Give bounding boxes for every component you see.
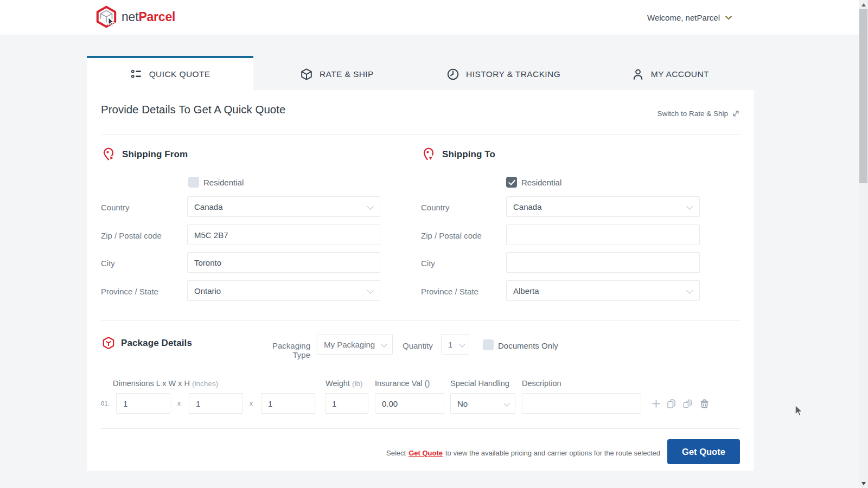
brand-text: netParcel <box>122 10 175 24</box>
province-from-select[interactable]: Ontario <box>187 280 380 301</box>
list-icon <box>130 68 143 80</box>
netparcel-logo-icon <box>95 5 118 28</box>
province-from-label: Province / State <box>101 287 158 296</box>
chevron-down-icon <box>503 400 509 406</box>
country-from-value: Canada <box>194 202 223 211</box>
delete-row-icon[interactable] <box>699 399 710 409</box>
city-from-input[interactable] <box>187 252 380 273</box>
pin-arrow-right-icon <box>101 147 116 162</box>
special-handling-select[interactable]: No <box>450 393 515 414</box>
divider <box>101 428 740 429</box>
switch-to-rate-ship-link[interactable]: Switch to Rate & Ship <box>657 110 740 118</box>
divider <box>101 320 740 320</box>
get-quote-note: Select Get Quote to view the available p… <box>386 449 660 457</box>
province-from-value: Ontario <box>194 286 221 296</box>
top-bar: netParcel Welcome, netParcel <box>0 0 859 35</box>
special-handling-column-header: Special Handling <box>450 379 509 388</box>
brand-parcel: Parcel <box>138 10 175 24</box>
length-input[interactable] <box>116 393 170 414</box>
user-icon <box>631 68 644 81</box>
packaging-type-label: Packaging Type <box>255 341 310 359</box>
main-tabs: QUICK QUOTE RATE & SHIP HISTORY & TRACKI… <box>87 56 754 90</box>
dimensions-column-header: Dimensions L x W x H (inches) <box>113 379 218 388</box>
residential-to-label: Residential <box>521 178 561 187</box>
scroll-up-button[interactable] <box>859 0 868 9</box>
scrollbar-thumb[interactable] <box>859 9 867 183</box>
page-title: Provide Details To Get A Quick Quote <box>101 103 285 116</box>
hex-package-icon <box>102 336 115 350</box>
city-to-label: City <box>421 259 435 268</box>
get-quote-button[interactable]: Get Quote <box>667 439 740 464</box>
chevron-down-icon <box>381 341 387 347</box>
description-input[interactable] <box>522 393 641 414</box>
chevron-down-icon <box>459 341 465 347</box>
scroll-down-button[interactable] <box>859 479 868 488</box>
quick-quote-page: netParcel Welcome, netParcel QUICK QUOTE <box>0 0 868 488</box>
account-menu[interactable]: Welcome, netParcel <box>647 0 732 35</box>
residential-from-label: Residential <box>203 178 244 187</box>
chevron-down-icon <box>686 287 693 294</box>
dimensions-header-text: Dimensions L x W x H <box>113 379 190 388</box>
tab-label: QUICK QUOTE <box>149 69 210 79</box>
insurance-column-header: Insurance Val () <box>375 379 430 388</box>
duplicate-multiple-icon[interactable] <box>682 399 693 409</box>
weight-input[interactable] <box>325 393 368 414</box>
province-to-value: Alberta <box>513 286 539 296</box>
country-from-label: Country <box>101 203 130 212</box>
tab-my-account[interactable]: MY ACCOUNT <box>587 56 754 90</box>
divider <box>101 134 740 134</box>
chevron-down-icon <box>725 15 732 20</box>
external-link-icon <box>732 110 740 118</box>
quantity-select[interactable]: 1 <box>441 334 469 355</box>
city-from-label: City <box>101 259 115 268</box>
residential-to-checkbox[interactable] <box>506 177 517 188</box>
width-input[interactable] <box>189 393 243 414</box>
packaging-type-select[interactable]: My Packaging <box>317 334 393 355</box>
tab-history-and-tracking[interactable]: HISTORY & TRACKING <box>420 56 587 90</box>
scrollbar-track[interactable] <box>859 0 868 488</box>
weight-header-text: Weight <box>326 379 350 388</box>
shipping-from-header: Shipping From <box>101 147 188 162</box>
note-suffix: to view the available pricing and carrie… <box>445 449 660 457</box>
documents-only-checkbox[interactable] <box>483 339 494 350</box>
city-to-input[interactable] <box>506 252 700 273</box>
clock-icon <box>446 68 459 81</box>
triangle-down-icon <box>861 482 866 485</box>
tab-quick-quote[interactable]: QUICK QUOTE <box>87 56 253 90</box>
special-handling-value: No <box>457 399 468 408</box>
tab-label: RATE & SHIP <box>320 69 374 79</box>
province-to-label: Province / State <box>421 287 478 296</box>
triangle-up-icon <box>861 3 866 7</box>
quantity-label: Quantity <box>403 341 433 350</box>
brand-net: net <box>122 10 138 24</box>
chevron-down-icon <box>686 203 693 210</box>
quantity-value: 1 <box>448 340 452 349</box>
welcome-text: Welcome, netParcel <box>647 13 720 22</box>
duplicate-row-icon[interactable] <box>666 399 676 409</box>
country-to-select[interactable]: Canada <box>506 196 700 217</box>
residential-from-checkbox[interactable] <box>188 177 199 188</box>
country-from-select[interactable]: Canada <box>187 196 380 217</box>
netparcel-logo[interactable]: netParcel <box>95 5 175 28</box>
tab-rate-and-ship[interactable]: RATE & SHIP <box>253 56 420 90</box>
dimensions-unit-text: (inches) <box>192 380 218 388</box>
zip-to-input[interactable] <box>506 224 700 245</box>
add-row-icon[interactable] <box>651 399 661 409</box>
zip-to-label: Zip / Postal code <box>421 231 482 240</box>
tab-label: MY ACCOUNT <box>651 69 709 79</box>
province-to-select[interactable]: Alberta <box>506 280 700 301</box>
zip-from-input[interactable] <box>187 224 380 245</box>
switch-link-label: Switch to Rate & Ship <box>657 110 728 118</box>
note-prefix: Select <box>386 449 406 457</box>
mouse-cursor <box>793 404 805 417</box>
chevron-down-icon <box>367 287 374 294</box>
zip-from-label: Zip / Postal code <box>101 231 162 240</box>
height-input[interactable] <box>261 393 315 414</box>
shipping-from-title: Shipping From <box>122 149 188 160</box>
description-column-header: Description <box>522 379 561 388</box>
country-to-value: Canada <box>513 202 542 211</box>
documents-only-label: Documents Only <box>498 341 558 350</box>
insurance-input[interactable] <box>375 393 444 414</box>
get-quote-link[interactable]: Get Quote <box>409 449 443 457</box>
packaging-type-value: My Packaging <box>324 340 375 349</box>
